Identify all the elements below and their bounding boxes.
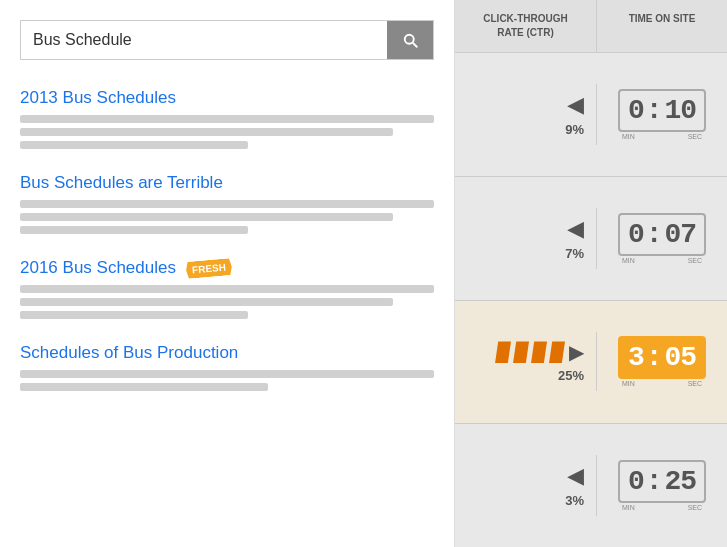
min-label-4: MIN bbox=[622, 504, 635, 511]
tos-cell-3: 3 : 05 MIN SEC bbox=[597, 328, 727, 395]
search-button[interactable] bbox=[387, 21, 433, 59]
timer-colon-3: : bbox=[646, 342, 663, 373]
ctr-cell-4: ▶ 3% bbox=[455, 455, 597, 516]
cursor-icon-4: ▶ bbox=[567, 463, 584, 489]
result-title-row-3: 2016 Bus Schedules FRESH bbox=[20, 258, 434, 278]
result-title-2[interactable]: Bus Schedules are Terrible bbox=[20, 173, 434, 193]
ctr-percent-2: 7% bbox=[565, 246, 584, 261]
tos-cell-4: 0 : 25 MIN SEC bbox=[597, 452, 727, 519]
metrics-row-3: ▶ 25% 3 : 05 MIN SEC bbox=[455, 301, 727, 425]
sec-label-1: SEC bbox=[688, 133, 702, 140]
timer-wrapper-4: 0 : 25 MIN SEC bbox=[618, 460, 706, 511]
search-icon bbox=[401, 31, 419, 49]
metrics-header: CLICK-THROUGHRATE (CTR) TIME ON SITE bbox=[455, 0, 727, 53]
result-line bbox=[20, 285, 434, 293]
sec-label-4: SEC bbox=[688, 504, 702, 511]
timer-colon-4: : bbox=[646, 466, 663, 497]
ctr-header: CLICK-THROUGHRATE (CTR) bbox=[455, 0, 597, 52]
result-line bbox=[20, 115, 434, 123]
timer-sec-4: 25 bbox=[665, 466, 697, 497]
cursor-icon-3: ▶ bbox=[569, 340, 584, 364]
result-lines-4 bbox=[20, 370, 434, 391]
result-line bbox=[20, 311, 248, 319]
bar-segment-3 bbox=[531, 341, 547, 363]
timer-min-1: 0 bbox=[628, 95, 644, 126]
result-lines-2 bbox=[20, 200, 434, 234]
result-title-4[interactable]: Schedules of Bus Production bbox=[20, 343, 434, 363]
metrics-row-4: ▶ 3% 0 : 25 MIN SEC bbox=[455, 424, 727, 547]
search-bar bbox=[20, 20, 434, 60]
ctr-cell-3: ▶ 25% bbox=[455, 332, 597, 391]
bar-segment-4 bbox=[549, 341, 565, 363]
timer-display-3: 3 : 05 bbox=[618, 336, 706, 379]
cursor-icon-2: ▶ bbox=[567, 216, 584, 242]
metrics-row-1: ▶ 9% 0 : 10 MIN SEC bbox=[455, 53, 727, 177]
timer-wrapper-2: 0 : 07 MIN SEC bbox=[618, 213, 706, 264]
search-results-panel: 2013 Bus Schedules Bus Schedules are Ter… bbox=[0, 0, 455, 547]
min-label-2: MIN bbox=[622, 257, 635, 264]
result-item-2: Bus Schedules are Terrible bbox=[20, 173, 434, 234]
ctr-cell-1: ▶ 9% bbox=[455, 84, 597, 145]
result-line bbox=[20, 298, 393, 306]
result-line bbox=[20, 370, 434, 378]
cursor-icon-1: ▶ bbox=[567, 92, 584, 118]
bar-container: ▶ bbox=[495, 340, 584, 364]
timer-labels-2: MIN SEC bbox=[618, 257, 706, 264]
sec-label-2: SEC bbox=[688, 257, 702, 264]
metrics-row-2: ▶ 7% 0 : 07 MIN SEC bbox=[455, 177, 727, 301]
min-label-3: MIN bbox=[622, 380, 635, 387]
ctr-percent-1: 9% bbox=[565, 122, 584, 137]
timer-display-4: 0 : 25 bbox=[618, 460, 706, 503]
timer-sec-2: 07 bbox=[665, 219, 697, 250]
result-item-4: Schedules of Bus Production bbox=[20, 343, 434, 391]
tos-cell-2: 0 : 07 MIN SEC bbox=[597, 205, 727, 272]
timer-display-1: 0 : 10 bbox=[618, 89, 706, 132]
timer-wrapper-1: 0 : 10 MIN SEC bbox=[618, 89, 706, 140]
bar-segment-2 bbox=[513, 341, 529, 363]
result-title-1[interactable]: 2013 Bus Schedules bbox=[20, 88, 434, 108]
timer-colon-2: : bbox=[646, 219, 663, 250]
metrics-panel: CLICK-THROUGHRATE (CTR) TIME ON SITE ▶ 9… bbox=[455, 0, 727, 547]
timer-wrapper-3: 3 : 05 MIN SEC bbox=[618, 336, 706, 387]
timer-min-4: 0 bbox=[628, 466, 644, 497]
timer-min-3: 3 bbox=[628, 342, 644, 373]
result-line bbox=[20, 213, 393, 221]
ctr-percent-3: 25% bbox=[558, 368, 584, 383]
timer-display-2: 0 : 07 bbox=[618, 213, 706, 256]
result-lines-1 bbox=[20, 115, 434, 149]
tos-header: TIME ON SITE bbox=[597, 0, 727, 52]
result-title-3[interactable]: 2016 Bus Schedules bbox=[20, 258, 176, 277]
timer-colon-1: : bbox=[646, 95, 663, 126]
tos-cell-1: 0 : 10 MIN SEC bbox=[597, 81, 727, 148]
timer-labels-1: MIN SEC bbox=[618, 133, 706, 140]
search-input[interactable] bbox=[21, 21, 387, 59]
result-item-1: 2013 Bus Schedules bbox=[20, 88, 434, 149]
sec-label-3: SEC bbox=[688, 380, 702, 387]
timer-sec-1: 10 bbox=[665, 95, 697, 126]
result-lines-3 bbox=[20, 285, 434, 319]
timer-sec-3: 05 bbox=[665, 342, 697, 373]
timer-labels-3: MIN SEC bbox=[618, 380, 706, 387]
result-line bbox=[20, 200, 434, 208]
fresh-badge: FRESH bbox=[186, 258, 233, 279]
ctr-percent-4: 3% bbox=[565, 493, 584, 508]
timer-min-2: 0 bbox=[628, 219, 644, 250]
result-line bbox=[20, 226, 248, 234]
result-line bbox=[20, 141, 248, 149]
bar-segment-1 bbox=[495, 341, 511, 363]
ctr-cell-2: ▶ 7% bbox=[455, 208, 597, 269]
result-item-3: 2016 Bus Schedules FRESH bbox=[20, 258, 434, 319]
timer-labels-4: MIN SEC bbox=[618, 504, 706, 511]
result-line bbox=[20, 128, 393, 136]
result-line bbox=[20, 383, 268, 391]
metrics-rows: ▶ 9% 0 : 10 MIN SEC bbox=[455, 53, 727, 547]
min-label-1: MIN bbox=[622, 133, 635, 140]
